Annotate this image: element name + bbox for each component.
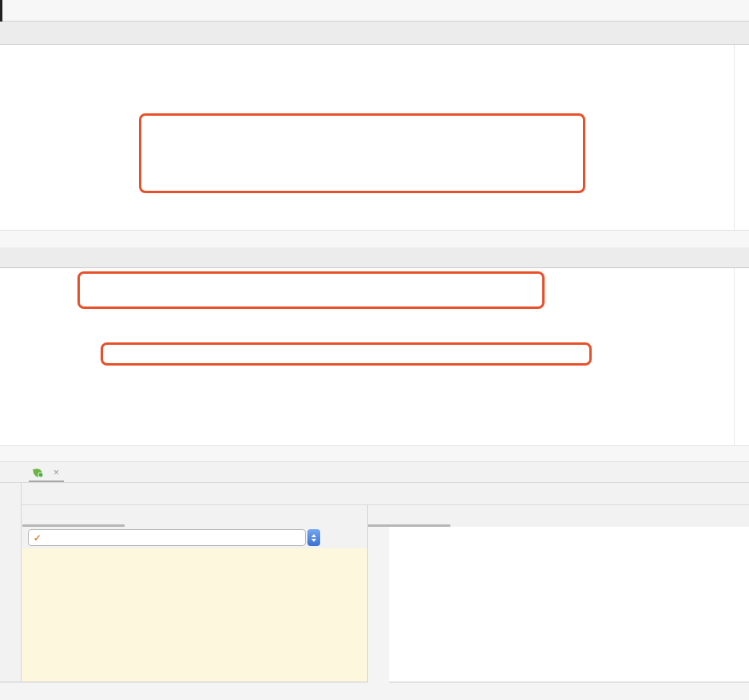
frames-list	[22, 548, 367, 682]
debug-tool-window-header: ×	[0, 461, 749, 483]
editor-tab-bar	[0, 22, 749, 45]
debug-panel-headers	[22, 504, 749, 527]
vulnerability-highlight-box	[101, 342, 592, 366]
combobox-stepper[interactable]	[307, 529, 320, 546]
debugger-toolbar	[22, 482, 749, 504]
editor2-breadcrumb	[0, 445, 749, 461]
close-icon[interactable]: ×	[54, 467, 59, 478]
status-bar	[0, 682, 749, 700]
editor-yamlpropertysourceloader	[0, 268, 749, 445]
window-edge	[0, 0, 2, 22]
vulnerability-highlight-box	[77, 271, 545, 309]
right-margin-guide	[734, 45, 735, 230]
debug-left-toolbar	[0, 482, 22, 682]
variables-panel	[389, 527, 749, 682]
debug-session-tab[interactable]: ×	[29, 462, 64, 483]
watches-toolbar	[368, 527, 389, 682]
editor-propertysourcesloader	[0, 45, 749, 230]
spring-boot-run-config-icon	[33, 468, 43, 478]
ide-window: × ✓	[0, 0, 749, 700]
thread-selector-combobox[interactable]: ✓	[28, 529, 306, 546]
panel-splitter[interactable]	[367, 504, 368, 682]
editor2-tab-bar	[0, 247, 749, 268]
frames-panel: ✓	[22, 527, 367, 682]
right-margin-guide	[734, 268, 735, 445]
navigation-breadcrumb-bar	[0, 0, 749, 22]
vulnerability-highlight-box	[139, 113, 585, 193]
checkmark-icon: ✓	[34, 532, 42, 544]
thread-selector-row: ✓	[22, 527, 367, 548]
editor-breadcrumb	[0, 230, 749, 247]
